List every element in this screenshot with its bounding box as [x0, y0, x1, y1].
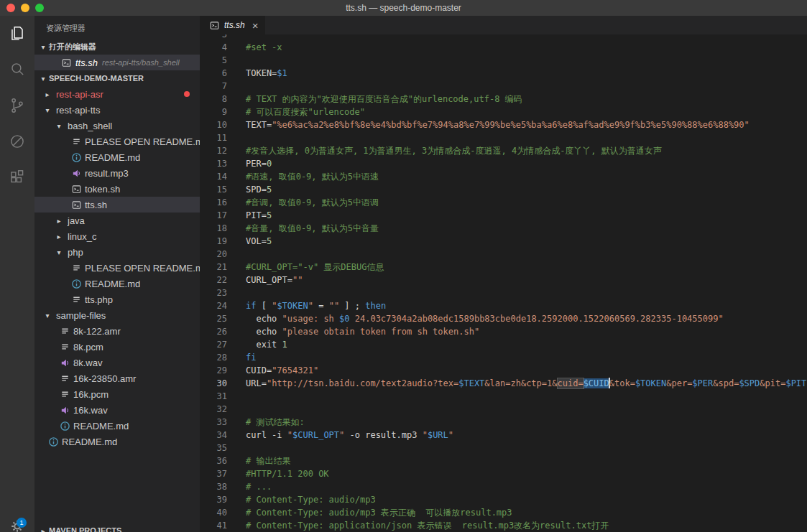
- file-8k-122.amr[interactable]: 8k-122.amr: [34, 323, 200, 339]
- code-line-36[interactable]: 36# 输出结果: [200, 454, 807, 467]
- line-number: 5: [200, 55, 227, 65]
- item-label: README.md: [85, 279, 140, 289]
- file-token.sh[interactable]: token.sh: [34, 181, 200, 197]
- code-text: URL="http://tsn.baidu.com/text2audio?tex…: [246, 377, 806, 390]
- debug-icon[interactable]: [0, 123, 34, 159]
- file-8k.pcm[interactable]: 8k.pcm: [34, 339, 200, 355]
- file-README.md[interactable]: README.md: [34, 149, 200, 165]
- line-number: 15: [200, 185, 227, 195]
- code-line-12[interactable]: 12#发音人选择, 0为普通女声, 1为普通男生, 3为情感合成-度逍遥, 4为…: [200, 144, 807, 157]
- file-16k-23850.amr[interactable]: 16k-23850.amr: [34, 370, 200, 386]
- source-control-icon[interactable]: [0, 88, 34, 123]
- file-16k.wav[interactable]: 16k.wav: [34, 402, 200, 418]
- code-line-13[interactable]: 13PER=0: [200, 157, 807, 170]
- file-tts.sh[interactable]: tts.sh: [34, 197, 200, 213]
- line-number: 8: [200, 94, 227, 104]
- code-text: # Content-Type: application/json 表示错误 re…: [246, 519, 609, 532]
- close-tab-icon[interactable]: ×: [252, 20, 259, 31]
- folder-php[interactable]: ▾php: [34, 244, 200, 260]
- code-line-4[interactable]: 4#set -x: [200, 41, 807, 54]
- file-README.md[interactable]: README.md: [34, 276, 200, 291]
- code-line-33[interactable]: 33# 测试结果如:: [200, 416, 807, 429]
- file-8k.wav[interactable]: 8k.wav: [34, 355, 200, 370]
- line-number: 25: [200, 314, 227, 324]
- file-README.md[interactable]: README.md: [34, 434, 200, 449]
- code-line-23[interactable]: 23: [200, 286, 807, 299]
- code-line-3[interactable]: 3: [200, 34, 807, 41]
- code-line-19[interactable]: 19VOL=5: [200, 235, 807, 248]
- code-line-6[interactable]: 6TOKEN=$1: [200, 67, 807, 80]
- code-line-25[interactable]: 25 echo "usage: sh $0 24.03c7304a2ab08ed…: [200, 312, 807, 325]
- code-line-21[interactable]: 21#CURL_OPT="-v" 显示DEBUG信息: [200, 261, 807, 274]
- close-window-button[interactable]: [6, 4, 15, 12]
- code-line-5[interactable]: 5: [200, 54, 807, 67]
- file-tts.php[interactable]: tts.php: [34, 291, 200, 307]
- minimize-window-button[interactable]: [21, 4, 29, 12]
- explorer-tree: ▸rest-api-asr▾rest-api-tts▾bash_shellPLE…: [34, 86, 200, 449]
- code-line-18[interactable]: 18#音量, 取值0-9, 默认为5中音量: [200, 222, 807, 235]
- shell-icon: [70, 184, 82, 195]
- code-line-14[interactable]: 14#语速, 取值0-9, 默认为5中语速: [200, 170, 807, 183]
- maven-projects-section-header[interactable]: ▸ MAVEN PROJECTS: [34, 523, 200, 532]
- code-line-28[interactable]: 28fi: [200, 351, 807, 364]
- code-line-27[interactable]: 27 exit 1: [200, 338, 807, 351]
- code-lines: 34#set -x56TOKEN=$178# TEXT 的内容为"欢迎使用百度语…: [200, 34, 807, 532]
- code-text: #语速, 取值0-9, 默认为5中语速: [246, 170, 379, 183]
- code-editor[interactable]: 34#set -x56TOKEN=$178# TEXT 的内容为"欢迎使用百度语…: [200, 34, 807, 532]
- code-line-34[interactable]: 34curl -i "$CURL_OPT" -o result.mp3 "$UR…: [200, 429, 807, 442]
- code-line-41[interactable]: 41# Content-Type: application/json 表示错误 …: [200, 519, 807, 532]
- tab-tts-sh[interactable]: tts.sh ×: [200, 16, 265, 34]
- code-line-37[interactable]: 37#HTTP/1.1 200 OK: [200, 467, 807, 480]
- code-line-38[interactable]: 38# ...: [200, 480, 807, 493]
- line-number: 41: [200, 521, 227, 531]
- code-line-26[interactable]: 26 echo "please obtain token from sh tok…: [200, 325, 807, 338]
- project-section-header[interactable]: ▾ SPEECH-DEMO-MASTER: [34, 70, 200, 86]
- code-line-15[interactable]: 15SPD=5: [200, 183, 807, 196]
- code-line-10[interactable]: 10TEXT="%e6%ac%a2%e8%bf%8e%e4%bd%bf%e7%9…: [200, 118, 807, 131]
- code-line-16[interactable]: 16#音调, 取值0-9, 默认为5中语调: [200, 196, 807, 209]
- folder-linux_c[interactable]: ▸linux_c: [34, 228, 200, 244]
- code-line-11[interactable]: 11: [200, 131, 807, 144]
- shell-icon: [60, 57, 72, 68]
- code-line-22[interactable]: 22CURL_OPT="": [200, 274, 807, 286]
- item-label: 8k-122.amr: [73, 326, 121, 337]
- item-label: sample-files: [56, 310, 106, 321]
- extensions-icon[interactable]: [0, 159, 34, 195]
- folder-java[interactable]: ▸java: [34, 213, 200, 228]
- code-line-30[interactable]: 30URL="http://tsn.baidu.com/text2audio?t…: [200, 377, 807, 390]
- code-line-17[interactable]: 17PIT=5: [200, 209, 807, 222]
- line-number: 12: [200, 146, 227, 156]
- item-label: tts.sh: [85, 200, 107, 210]
- code-text: TEXT="%e6%ac%a2%e8%bf%8e%e4%bd%bf%e7%94%…: [246, 118, 750, 131]
- code-line-32[interactable]: 32: [200, 403, 807, 416]
- code-text: curl -i "$CURL_OPT" -o result.mp3 "$URL": [246, 429, 453, 442]
- code-line-9[interactable]: 9# 可以百度搜索"urlencode": [200, 106, 807, 118]
- search-icon[interactable]: [0, 52, 34, 88]
- folder-rest-api-tts[interactable]: ▾rest-api-tts: [34, 102, 200, 118]
- file-PLEASE OPEN README.m...[interactable]: PLEASE OPEN README.m...: [34, 134, 200, 149]
- folder-sample-files[interactable]: ▾sample-files: [34, 307, 200, 323]
- file-16k.pcm[interactable]: 16k.pcm: [34, 386, 200, 402]
- code-line-39[interactable]: 39# Content-Type: audio/mp3: [200, 493, 807, 506]
- code-line-20[interactable]: 20: [200, 248, 807, 261]
- code-line-7[interactable]: 7: [200, 80, 807, 93]
- folder-rest-api-asr[interactable]: ▸rest-api-asr: [34, 86, 200, 102]
- code-line-8[interactable]: 8# TEXT 的内容为"欢迎使用百度语音合成"的urlencode,utf-8…: [200, 93, 807, 106]
- zoom-window-button[interactable]: [35, 4, 44, 12]
- code-line-35[interactable]: 35: [200, 442, 807, 454]
- line-number: 32: [200, 404, 227, 414]
- item-label: token.sh: [85, 184, 120, 195]
- file-PLEASE OPEN README.m...[interactable]: PLEASE OPEN README.m...: [34, 260, 200, 276]
- open-editors-section-header[interactable]: ▾ 打开的编辑器: [34, 39, 200, 55]
- code-text: echo "please obtain token from sh token.…: [246, 325, 479, 338]
- audio-icon: [59, 405, 70, 416]
- code-line-40[interactable]: 40# Content-Type: audio/mp3 表示正确 可以播放res…: [200, 506, 807, 519]
- file-result.mp3[interactable]: result.mp3: [34, 165, 200, 181]
- explorer-icon[interactable]: [0, 16, 34, 52]
- code-line-31[interactable]: 31: [200, 390, 807, 403]
- code-line-29[interactable]: 29CUID="7654321": [200, 364, 807, 377]
- open-editor-item-tts.sh[interactable]: tts.shrest-api-tts/bash_shell: [34, 55, 200, 70]
- file-README.md[interactable]: README.md: [34, 418, 200, 434]
- code-line-24[interactable]: 24if [ "$TOKEN" = "" ] ; then: [200, 299, 807, 312]
- folder-bash_shell[interactable]: ▾bash_shell: [34, 118, 200, 134]
